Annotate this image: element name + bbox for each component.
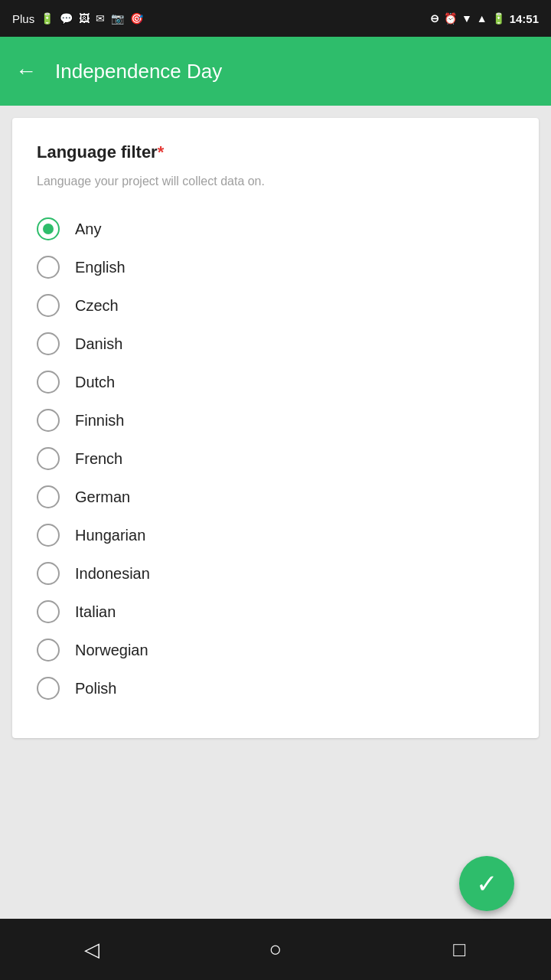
- check-icon: ✓: [476, 868, 497, 899]
- target-icon: 🎯: [130, 12, 143, 24]
- radio-item-finnish[interactable]: Finnish: [37, 401, 514, 439]
- status-bar: Plus 🔋 💬 🖼 ✉ 📷 🎯 ⊖ ⏰ ▼ ▲ 🔋 14:51: [0, 0, 551, 37]
- alarm-icon: ⏰: [444, 12, 457, 24]
- radio-label-indonesian: Indonesian: [75, 565, 150, 583]
- radio-circle-czech: [37, 294, 60, 317]
- radio-inner-dot: [43, 224, 54, 234]
- radio-circle-polish: [37, 677, 60, 700]
- gallery-icon: 🖼: [79, 12, 90, 24]
- radio-item-hungarian[interactable]: Hungarian: [37, 516, 514, 554]
- radio-circle-french: [37, 447, 60, 470]
- radio-circle-any: [37, 217, 60, 240]
- radio-item-english[interactable]: English: [37, 248, 514, 286]
- section-title: Language filter*: [37, 142, 514, 162]
- gmail-icon: ✉: [96, 12, 105, 24]
- confirm-fab[interactable]: ✓: [459, 856, 514, 911]
- radio-item-danish[interactable]: Danish: [37, 325, 514, 363]
- radio-item-italian[interactable]: Italian: [37, 593, 514, 631]
- radio-label-french: French: [75, 450, 122, 468]
- radio-label-polish: Polish: [75, 680, 116, 697]
- back-button[interactable]: ←: [15, 59, 37, 83]
- required-asterisk: *: [158, 142, 165, 162]
- radio-circle-indonesian: [37, 562, 60, 585]
- nav-home-button[interactable]: [253, 926, 298, 972]
- radio-circle-italian: [37, 600, 60, 623]
- radio-circle-finnish: [37, 409, 60, 432]
- app-bar: ← Independence Day: [0, 37, 551, 106]
- radio-item-any[interactable]: Any: [37, 210, 514, 248]
- radio-circle-german: [37, 485, 60, 508]
- radio-label-dutch: Dutch: [75, 374, 115, 391]
- time-label: 14:51: [510, 12, 539, 25]
- radio-label-finnish: Finnish: [75, 412, 124, 430]
- language-options-list: AnyEnglishCzechDanishDutchFinnishFrenchG…: [37, 210, 514, 707]
- wifi-icon: ▼: [461, 12, 472, 24]
- radio-circle-hungarian: [37, 524, 60, 547]
- radio-label-english: English: [75, 259, 126, 276]
- language-filter-card: Language filter* Language your project w…: [12, 118, 539, 738]
- radio-label-hungarian: Hungarian: [75, 527, 145, 544]
- nav-recents-button[interactable]: [436, 926, 482, 972]
- radio-item-french[interactable]: French: [37, 439, 514, 478]
- radio-label-german: German: [75, 488, 130, 506]
- main-content: Language filter* Language your project w…: [0, 106, 551, 919]
- radio-label-italian: Italian: [75, 603, 116, 621]
- radio-item-norwegian[interactable]: Norwegian: [37, 631, 514, 669]
- message-icon: 💬: [60, 12, 73, 24]
- battery-alert-icon: 🔋: [41, 12, 54, 24]
- page-title: Independence Day: [55, 60, 222, 83]
- signal-icon: ▲: [477, 12, 487, 24]
- instagram-icon: 📷: [111, 12, 124, 24]
- radio-item-indonesian[interactable]: Indonesian: [37, 554, 514, 593]
- radio-label-czech: Czech: [75, 297, 119, 315]
- bottom-nav-bar: [0, 919, 551, 980]
- radio-circle-dutch: [37, 371, 60, 394]
- radio-label-norwegian: Norwegian: [75, 642, 148, 659]
- radio-label-any: Any: [75, 220, 101, 238]
- radio-circle-norwegian: [37, 639, 60, 662]
- radio-item-german[interactable]: German: [37, 478, 514, 516]
- battery-icon: 🔋: [492, 12, 505, 24]
- radio-item-dutch[interactable]: Dutch: [37, 363, 514, 401]
- carrier-label: Plus: [12, 12, 34, 25]
- radio-circle-danish: [37, 332, 60, 355]
- section-description: Language your project will collect data …: [37, 175, 514, 188]
- radio-item-czech[interactable]: Czech: [37, 286, 514, 325]
- radio-label-danish: Danish: [75, 335, 122, 353]
- nav-back-button[interactable]: [69, 926, 115, 972]
- status-right: ⊖ ⏰ ▼ ▲ 🔋 14:51: [430, 12, 539, 25]
- radio-circle-english: [37, 256, 60, 279]
- minus-icon: ⊖: [430, 12, 439, 24]
- status-left: Plus 🔋 💬 🖼 ✉ 📷 🎯: [12, 12, 143, 25]
- radio-item-polish[interactable]: Polish: [37, 669, 514, 707]
